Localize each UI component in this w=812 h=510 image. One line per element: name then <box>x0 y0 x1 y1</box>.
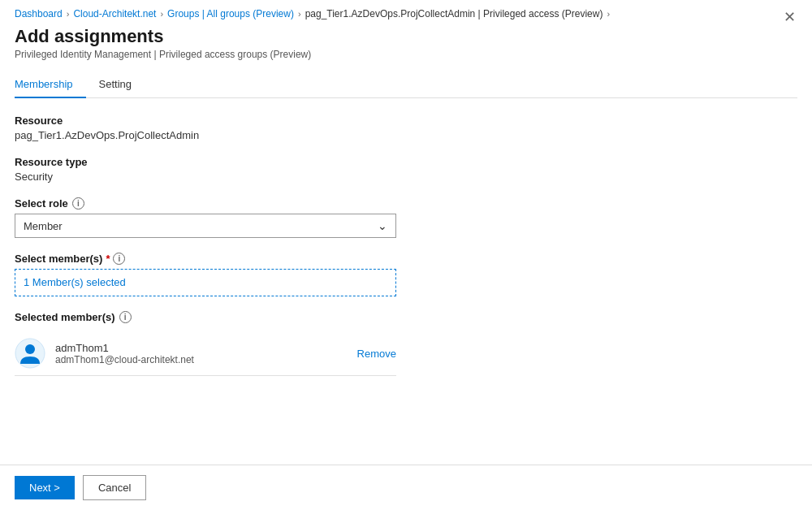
member-name: admThom1 <box>55 342 357 354</box>
role-select-dropdown[interactable]: Member ⌄ <box>15 214 396 238</box>
selected-members-info-icon[interactable]: i <box>119 311 132 323</box>
breadcrumb-sep-2: › <box>160 9 163 19</box>
cancel-button[interactable]: Cancel <box>83 475 146 500</box>
breadcrumb-sep-1: › <box>67 9 70 19</box>
remove-member-link[interactable]: Remove <box>357 348 396 360</box>
member-info: admThom1 admThom1@cloud-architekt.net <box>55 342 357 365</box>
selected-members-label: Selected member(s) i <box>15 311 797 323</box>
selected-members-section: Selected member(s) i admThom1 admThom1@c… <box>15 311 797 376</box>
breadcrumb-cloud-architekt[interactable]: Cloud-Architekt.net <box>73 8 156 19</box>
select-members-label: Select member(s) * i <box>15 253 797 265</box>
members-selected-text: 1 Member(s) selected <box>24 276 126 288</box>
avatar <box>15 338 45 369</box>
resource-value: pag_Tier1.AzDevOps.ProjCollectAdmin <box>15 129 797 141</box>
breadcrumb-sep-3: › <box>298 9 301 19</box>
select-role-label: Select role i <box>15 197 797 210</box>
members-input-box[interactable]: 1 Member(s) selected <box>15 269 396 296</box>
chevron-down-icon: ⌄ <box>378 219 387 232</box>
select-role-group: Select role i Member ⌄ <box>15 197 797 238</box>
resource-type-label: Resource type <box>15 156 797 168</box>
resource-label: Resource <box>15 115 797 127</box>
breadcrumb-groups[interactable]: Groups | All groups (Preview) <box>167 8 294 19</box>
resource-type-field-group: Resource type Security <box>15 156 797 183</box>
role-select-value: Member <box>24 220 63 232</box>
resource-type-value: Security <box>15 171 797 183</box>
member-email: admThom1@cloud-architekt.net <box>55 354 357 365</box>
breadcrumb-dashboard[interactable]: Dashboard <box>15 8 63 19</box>
tabs: Membership Setting <box>15 71 797 98</box>
breadcrumb-sep-4: › <box>607 9 610 19</box>
resource-field-group: Resource pag_Tier1.AzDevOps.ProjCollectA… <box>15 115 797 141</box>
breadcrumb: Dashboard › Cloud-Architekt.net › Groups… <box>0 0 812 26</box>
svg-point-1 <box>25 344 35 354</box>
breadcrumb-pag: pag_Tier1.AzDevOps.ProjCollectAdmin | Pr… <box>305 8 603 19</box>
tab-setting[interactable]: Setting <box>99 71 145 98</box>
next-button[interactable]: Next > <box>15 476 75 499</box>
tab-membership[interactable]: Membership <box>15 71 86 98</box>
member-row: admThom1 admThom1@cloud-architekt.net Re… <box>15 331 396 376</box>
close-button[interactable]: ✕ <box>779 6 801 28</box>
required-indicator: * <box>106 253 110 265</box>
page-title: Add assignments <box>15 26 797 47</box>
select-members-group: Select member(s) * i 1 Member(s) selecte… <box>15 253 797 296</box>
page-subtitle: Privileged Identity Management | Privile… <box>15 49 797 60</box>
select-members-info-icon[interactable]: i <box>113 253 125 265</box>
footer: Next > Cancel <box>0 465 812 510</box>
select-role-info-icon[interactable]: i <box>72 197 84 210</box>
